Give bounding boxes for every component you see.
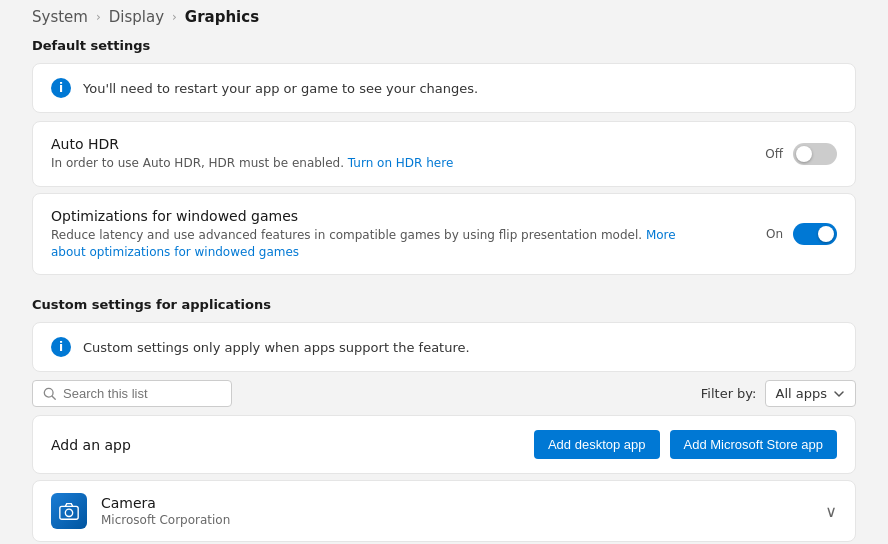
- windowed-games-right: On: [766, 223, 837, 245]
- windowed-games-toggle-label: On: [766, 227, 783, 241]
- windowed-games-desc: Reduce latency and use advanced features…: [51, 227, 711, 261]
- custom-notice-text: Custom settings only apply when apps sup…: [83, 340, 470, 355]
- custom-notice-card: i Custom settings only apply when apps s…: [32, 322, 856, 372]
- default-settings-title: Default settings: [32, 38, 856, 53]
- search-icon: [43, 387, 57, 401]
- add-app-label: Add an app: [51, 437, 131, 453]
- camera-app-name: Camera: [101, 495, 230, 511]
- search-filter-row: Filter by: All apps: [32, 380, 856, 407]
- restart-notice-card: i You'll need to restart your app or gam…: [32, 63, 856, 113]
- breadcrumb-graphics: Graphics: [185, 8, 259, 26]
- custom-settings-title: Custom settings for applications: [32, 297, 856, 312]
- page-content: Default settings i You'll need to restar…: [0, 38, 888, 544]
- app-icon-camera: [51, 493, 87, 529]
- camera-chevron-icon: ∨: [825, 502, 837, 521]
- svg-point-3: [65, 510, 72, 517]
- auto-hdr-toggle[interactable]: [793, 143, 837, 165]
- search-box[interactable]: [32, 380, 232, 407]
- info-icon: i: [51, 78, 71, 98]
- auto-hdr-left: Auto HDR In order to use Auto HDR, HDR m…: [51, 136, 745, 172]
- auto-hdr-card: Auto HDR In order to use Auto HDR, HDR m…: [32, 121, 856, 187]
- camera-app-sub: Microsoft Corporation: [101, 513, 230, 527]
- windowed-games-card: Optimizations for windowed games Reduce …: [32, 193, 856, 276]
- filter-row: Filter by: All apps: [701, 380, 856, 407]
- breadcrumb: System › Display › Graphics: [0, 0, 888, 38]
- svg-line-1: [52, 396, 55, 399]
- camera-icon: [58, 500, 80, 522]
- auto-hdr-toggle-label: Off: [765, 147, 783, 161]
- breadcrumb-display[interactable]: Display: [109, 8, 164, 26]
- restart-notice-text: You'll need to restart your app or game …: [83, 81, 478, 96]
- auto-hdr-title: Auto HDR: [51, 136, 745, 152]
- custom-info-icon: i: [51, 337, 71, 357]
- auto-hdr-desc: In order to use Auto HDR, HDR must be en…: [51, 155, 711, 172]
- chevron-down-icon: [833, 388, 845, 400]
- add-store-app-button[interactable]: Add Microsoft Store app: [670, 430, 837, 459]
- add-app-buttons: Add desktop app Add Microsoft Store app: [534, 430, 837, 459]
- windowed-games-toggle[interactable]: [793, 223, 837, 245]
- app-item-camera[interactable]: Camera Microsoft Corporation ∨: [32, 480, 856, 542]
- filter-select[interactable]: All apps: [765, 380, 857, 407]
- add-app-row: Add an app Add desktop app Add Microsoft…: [32, 415, 856, 474]
- auto-hdr-toggle-thumb: [796, 146, 812, 162]
- add-desktop-app-button[interactable]: Add desktop app: [534, 430, 660, 459]
- windowed-games-left: Optimizations for windowed games Reduce …: [51, 208, 746, 261]
- app-list: Camera Microsoft Corporation ∨ CP Cyberp…: [32, 480, 856, 544]
- app-item-camera-left: Camera Microsoft Corporation: [51, 493, 230, 529]
- breadcrumb-sep-1: ›: [96, 10, 101, 24]
- windowed-games-toggle-thumb: [818, 226, 834, 242]
- windowed-games-title: Optimizations for windowed games: [51, 208, 746, 224]
- svg-rect-2: [60, 507, 78, 520]
- app-info-camera: Camera Microsoft Corporation: [101, 495, 230, 527]
- search-input[interactable]: [63, 386, 221, 401]
- breadcrumb-sep-2: ›: [172, 10, 177, 24]
- auto-hdr-right: Off: [765, 143, 837, 165]
- breadcrumb-system[interactable]: System: [32, 8, 88, 26]
- filter-label: Filter by:: [701, 386, 757, 401]
- filter-selected-value: All apps: [776, 386, 828, 401]
- turn-on-hdr-link[interactable]: Turn on HDR here: [348, 156, 453, 170]
